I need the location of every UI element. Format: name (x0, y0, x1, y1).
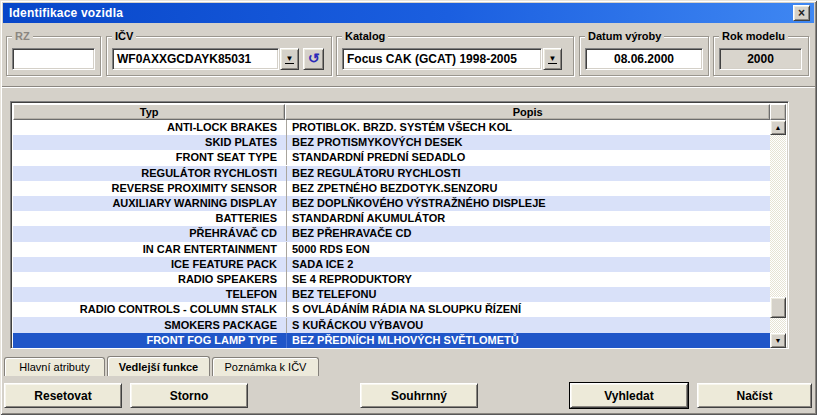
cell-popis: SADA ICE 2 (286, 257, 772, 272)
cell-typ: RADIO SPEAKERS (13, 272, 286, 287)
resetovat-button[interactable]: Resetovat (4, 383, 122, 408)
table-row[interactable]: ANTI-LOCK BRAKESPROTIBLOK. BRZD. SYSTÉM … (13, 120, 772, 135)
column-header-corner (770, 104, 786, 120)
table-row[interactable]: TELEFONBEZ TELEFONU (13, 287, 772, 302)
cell-typ: FRONT FOG LAMP TYPE (13, 333, 286, 348)
cell-popis: STANDARDNÍ AKUMULÁTOR (286, 211, 772, 226)
cell-typ: SMOKERS PACKAGE (13, 318, 286, 333)
table-row[interactable]: REGULÁTOR RYCHLOSTIBEZ REGULÁTORU RYCHLO… (13, 166, 772, 181)
nacist-button[interactable]: Načíst (697, 383, 812, 408)
separator (2, 86, 815, 88)
katalog-dropdown-button[interactable]: ▼ (543, 48, 562, 70)
rok-modelu-field: 2000 (719, 48, 802, 70)
cell-typ: ANTI-LOCK BRAKES (13, 120, 286, 135)
rok-modelu-label: Rok modelu (719, 29, 788, 43)
table-row[interactable]: SMOKERS PACKAGES KUŘÁCKOU VÝBAVOU (13, 317, 772, 332)
icv-dropdown-button[interactable]: ▼ (280, 48, 299, 70)
column-header-popis[interactable]: Popis (285, 104, 770, 120)
cell-typ: REVERSE PROXIMITY SENSOR (13, 181, 286, 196)
vehicle-identification-dialog: Identifikace vozidla × RZ IČV WF0AXXGCDA… (0, 0, 817, 415)
katalog-input[interactable]: Focus CAK (GCAT) 1998-2005 (342, 48, 542, 70)
tab-vedlejsi-funkce[interactable]: Vedlejší funkce (107, 356, 210, 376)
cell-popis: PROTIBLOK. BRZD. SYSTÉM VŠECH KOL (286, 120, 772, 135)
datum-vyroby-input[interactable]: 08.06.2000 (585, 48, 703, 70)
tab-poznamka-k-icv[interactable]: Poznámka k IČV (212, 357, 319, 376)
cell-typ: BATTERIES (13, 211, 286, 226)
scroll-down-button[interactable]: ▼ (770, 333, 786, 348)
souhrnny-button[interactable]: Souhrnný (360, 383, 478, 408)
cell-typ: ICE FEATURE PACK (13, 257, 286, 272)
cell-typ: FRONT SEAT TYPE (13, 150, 286, 165)
cell-typ: PŘEHRÁVAČ CD (13, 226, 286, 241)
cell-popis: BEZ PROTISMYKOVÝCH DESEK (286, 135, 772, 150)
cell-popis: BEZ PŘEDNÍCH MLHOVÝCH SVĚTLOMETŮ (286, 333, 772, 348)
column-header-typ[interactable]: Typ (13, 104, 285, 120)
icv-label: IČV (112, 29, 136, 43)
table-row[interactable]: FRONT FOG LAMP TYPEBEZ PŘEDNÍCH MLHOVÝCH… (13, 333, 772, 348)
vyhledat-button[interactable]: Vyhledat (570, 383, 688, 408)
cell-popis: BEZ DOPLŇKOVÉHO VÝSTRAŽNÉHO DISPLEJE (286, 196, 772, 211)
tab-hlavni-atributy[interactable]: Hlavní atributy (4, 357, 105, 376)
icv-undo-button[interactable]: ↺ (303, 48, 324, 70)
scroll-up-button[interactable]: ▲ (770, 120, 786, 135)
close-icon: × (798, 7, 805, 19)
rz-label: RZ (12, 29, 33, 43)
arrow-up-icon: ▲ (775, 124, 782, 131)
table-row[interactable]: RADIO CONTROLS - COLUMN STALKS OVLÁDÁNÍM… (13, 302, 772, 317)
cell-popis: S OVLÁDÁNÍM RÁDIA NA SLOUPKU ŘÍZENÍ (286, 302, 772, 317)
dropdown-arrow-icon: ▼ (285, 55, 295, 64)
cell-popis: BEZ PŘEHRAVAČE CD (286, 226, 772, 241)
cell-popis: SE 4 REPRODUKTORY (286, 272, 772, 287)
cell-typ: SKID PLATES (13, 135, 286, 150)
datum-vyroby-label: Datum výroby (585, 29, 664, 43)
vertical-scrollbar[interactable]: ▲ ▼ (770, 120, 786, 348)
cell-typ: AUXILIARY WARNING DISPLAY (13, 196, 286, 211)
cell-popis: BEZ TELEFONU (286, 287, 772, 302)
table-row[interactable]: SKID PLATESBEZ PROTISMYKOVÝCH DESEK (13, 135, 772, 150)
attributes-table: Typ Popis ANTI-LOCK BRAKESPROTIBLOK. BRZ… (10, 101, 789, 349)
table-body: ANTI-LOCK BRAKESPROTIBLOK. BRZD. SYSTÉM … (13, 120, 772, 348)
storno-button[interactable]: Storno (130, 383, 248, 408)
cell-popis: STANDARDNÍ PREDNÍ SEDADLO (286, 150, 772, 165)
window-title: Identifikace vozidla (9, 6, 123, 20)
katalog-label: Katalog (342, 29, 388, 43)
table-row[interactable]: ICE FEATURE PACKSADA ICE 2 (13, 257, 772, 272)
table-row[interactable]: AUXILIARY WARNING DISPLAYBEZ DOPLŇKOVÉHO… (13, 196, 772, 211)
table-row[interactable]: IN CAR ENTERTAINMENT5000 RDS EON (13, 242, 772, 257)
cell-popis: S KUŘÁCKOU VÝBAVOU (286, 318, 772, 333)
cell-typ: RADIO CONTROLS - COLUMN STALK (13, 302, 286, 317)
table-row[interactable]: PŘEHRÁVAČ CDBEZ PŘEHRAVAČE CD (13, 226, 772, 241)
cell-popis: BEZ ZPETNÉHO BEZDOTYK.SENZORU (286, 181, 772, 196)
scrollbar-thumb[interactable] (770, 297, 786, 318)
arrow-down-icon: ▼ (775, 337, 782, 344)
undo-icon: ↺ (308, 51, 320, 65)
table-header: Typ Popis (13, 104, 786, 120)
table-row[interactable]: BATTERIESSTANDARDNÍ AKUMULÁTOR (13, 211, 772, 226)
cell-typ: TELEFON (13, 287, 286, 302)
icv-input[interactable]: WF0AXXGCDAYK85031 (112, 48, 279, 70)
title-bar[interactable]: Identifikace vozidla × (3, 3, 814, 23)
table-row[interactable]: REVERSE PROXIMITY SENSORBEZ ZPETNÉHO BEZ… (13, 181, 772, 196)
cell-popis: BEZ REGULÁTORU RYCHLOSTI (286, 166, 772, 181)
cell-typ: IN CAR ENTERTAINMENT (13, 242, 286, 257)
dropdown-arrow-icon: ▼ (548, 55, 558, 64)
close-button[interactable]: × (793, 5, 810, 21)
cell-typ: REGULÁTOR RYCHLOSTI (13, 166, 286, 181)
table-row[interactable]: FRONT SEAT TYPESTANDARDNÍ PREDNÍ SEDADLO (13, 150, 772, 165)
table-row[interactable]: RADIO SPEAKERSSE 4 REPRODUKTORY (13, 272, 772, 287)
cell-popis: 5000 RDS EON (286, 242, 772, 257)
rz-input[interactable] (12, 48, 95, 70)
